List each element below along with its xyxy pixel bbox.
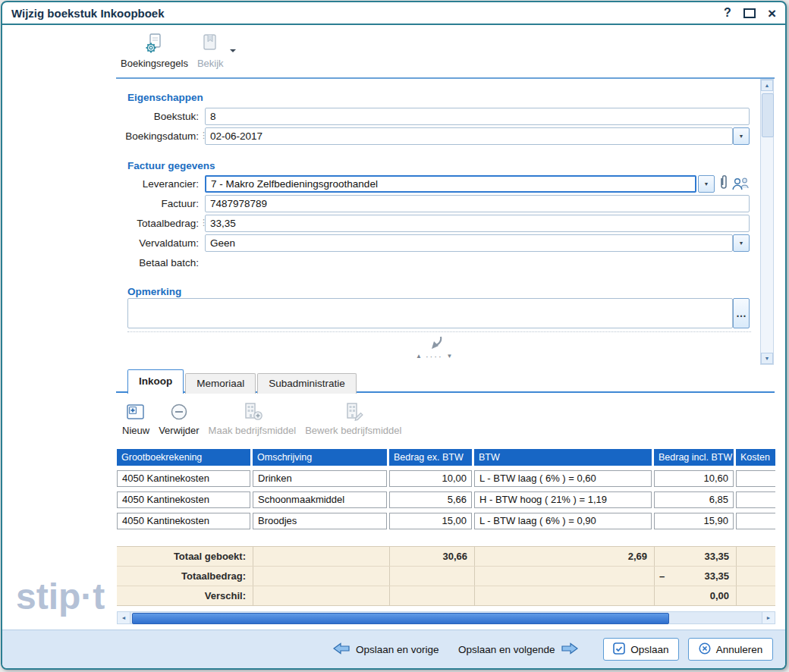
column-header[interactable]: Omschrijving bbox=[253, 449, 387, 466]
tab-memoriaal[interactable]: Memoriaal bbox=[185, 373, 256, 394]
cell-bedrag-incl[interactable]: 10,60 bbox=[654, 470, 734, 487]
close-icon[interactable]: × bbox=[768, 6, 776, 20]
cell-grootboekrekening[interactable]: 4050 Kantinekosten bbox=[117, 491, 250, 508]
splitter-up-icon: ▲ bbox=[416, 353, 422, 360]
cell-omschrijving[interactable]: Drinken bbox=[253, 470, 387, 487]
delete-row-icon bbox=[168, 400, 190, 423]
cell-bedrag-ex[interactable]: 5,66 bbox=[389, 491, 472, 508]
totaalbedrag-total-value: –33,35 bbox=[654, 567, 734, 586]
cell-omschrijving[interactable]: Broodjes bbox=[253, 513, 387, 529]
title-bar: Wijzig boekstuk Inkoopboek ? × bbox=[2, 2, 785, 25]
column-header[interactable]: Grootboekrekening bbox=[117, 449, 250, 466]
cell-bedrag-incl[interactable]: 6,85 bbox=[654, 491, 734, 508]
chevron-down-icon: ▼ bbox=[739, 133, 744, 139]
splitter-handle[interactable]: ▲ ···· ▼ bbox=[416, 353, 453, 360]
tab-inkoop[interactable]: Inkoop bbox=[127, 369, 184, 394]
cancel-cross-icon bbox=[699, 642, 711, 657]
opmerking-field[interactable] bbox=[127, 298, 733, 328]
cell-grootboekrekening[interactable]: 4050 Kantinekosten bbox=[117, 513, 250, 529]
bekijk-dropdown-icon[interactable] bbox=[230, 49, 236, 55]
scroll-up-icon[interactable]: ▲ bbox=[761, 80, 773, 91]
totaalbedrag-label: Totaalbedrag: bbox=[114, 218, 199, 229]
opslaan-label: Opslaan bbox=[630, 644, 668, 655]
leverancier-label: Leverancier: bbox=[114, 178, 199, 190]
bewerk-bedrijfsmiddel-button[interactable]: Bewerk bedrijfsmiddel bbox=[305, 400, 401, 436]
totals-empty-cell bbox=[253, 567, 387, 586]
window-title: Wijzig boekstuk Inkoopboek bbox=[11, 7, 165, 20]
opslaan-en-vorige-button[interactable]: Opslaan en vorige bbox=[333, 630, 439, 668]
totals-empty-cell bbox=[474, 586, 652, 605]
cell-kosten[interactable] bbox=[736, 513, 775, 529]
boekingsregels-icon bbox=[143, 31, 165, 55]
boekingsdatum-field[interactable] bbox=[205, 127, 733, 145]
verschil-label: Verschil: bbox=[117, 586, 250, 605]
scroll-left-icon[interactable]: ◄ bbox=[118, 612, 130, 623]
cell-omschrijving[interactable]: Schoonmaakmiddel bbox=[253, 491, 387, 508]
cell-btw[interactable]: L - BTW laag ( 6% ) = 0,90 bbox=[474, 513, 652, 529]
cell-bedrag-ex[interactable]: 15,00 bbox=[389, 513, 472, 529]
totals-empty-cell bbox=[736, 547, 787, 566]
column-header[interactable]: Kosten bbox=[736, 449, 775, 466]
opmerking-more-button[interactable]: … bbox=[733, 298, 750, 328]
cell-kosten[interactable] bbox=[736, 491, 775, 508]
totals-row-totaalbedrag: Totaalbedrag: –33,35 bbox=[117, 567, 775, 586]
totals-empty-cell bbox=[253, 586, 387, 605]
form-panel-border bbox=[116, 77, 775, 79]
scroll-down-icon[interactable]: ▼ bbox=[761, 353, 773, 364]
help-icon[interactable]: ? bbox=[724, 6, 731, 20]
totaalbedrag-total-amount: 33,35 bbox=[704, 570, 729, 582]
nieuw-button[interactable]: Nieuw bbox=[122, 400, 149, 436]
vervaldatum-dropdown-button[interactable]: ▼ bbox=[733, 234, 750, 252]
annuleren-button[interactable]: Annuleren bbox=[688, 638, 773, 661]
boekingsdatum-dropdown-button[interactable]: ▼ bbox=[733, 127, 750, 145]
new-row-icon bbox=[125, 400, 146, 423]
verwijder-label: Verwijder bbox=[159, 425, 199, 436]
scroll-right-icon[interactable]: ► bbox=[762, 612, 775, 623]
cell-kosten[interactable] bbox=[736, 470, 775, 487]
totals-row-verschil: Verschil: 0,00 bbox=[117, 586, 775, 605]
boekstuk-label: Boekstuk: bbox=[114, 111, 199, 122]
opslaan-en-volgende-label: Opslaan en volgende bbox=[458, 644, 555, 655]
scrollbar-thumb[interactable] bbox=[762, 93, 774, 137]
totals-empty-cell bbox=[736, 567, 787, 586]
form-vertical-scrollbar[interactable]: ▲ ▼ bbox=[760, 79, 774, 365]
vervaldatum-label: Vervaldatum: bbox=[114, 237, 199, 249]
section-eigenschappen: Eigenschappen bbox=[127, 92, 203, 103]
totals-empty-cell bbox=[736, 586, 787, 605]
cell-bedrag-incl[interactable]: 15,90 bbox=[654, 513, 734, 529]
table-horizontal-scrollbar[interactable]: ◄ ► bbox=[117, 611, 775, 624]
bekijk-button[interactable]: Bekijk bbox=[193, 30, 228, 71]
opslaan-en-volgende-button[interactable]: Opslaan en volgende bbox=[458, 630, 578, 668]
boekstuk-field[interactable] bbox=[205, 108, 750, 125]
scrollbar-thumb[interactable] bbox=[132, 613, 669, 624]
opslaan-button[interactable]: Opslaan bbox=[603, 638, 679, 661]
edit-asset-icon bbox=[342, 400, 365, 423]
splitter-dots-icon: ···· bbox=[426, 354, 443, 359]
boekingsregels-button[interactable]: Boekingsregels bbox=[116, 30, 193, 71]
cell-grootboekrekening[interactable]: 4050 Kantinekosten bbox=[117, 470, 250, 487]
maak-bedrijfsmiddel-button[interactable]: Maak bedrijfsmiddel bbox=[209, 400, 297, 436]
totaalbedrag-field[interactable] bbox=[205, 215, 750, 232]
factuur-field[interactable] bbox=[205, 195, 750, 212]
column-header[interactable]: BTW bbox=[474, 449, 652, 466]
cell-btw[interactable]: H - BTW hoog ( 21% ) = 1,19 bbox=[474, 491, 652, 508]
vervaldatum-field[interactable] bbox=[205, 234, 733, 252]
table-row: 4050 Kantinekosten Schoonmaakmiddel 5,66… bbox=[117, 491, 775, 508]
booking-lines-table: Grootboekrekening Omschrijving Bedrag ex… bbox=[117, 449, 775, 529]
footer-bar: Opslaan en vorige Opslaan en volgende Op… bbox=[2, 630, 785, 668]
edit-marker-icon: – bbox=[659, 567, 665, 586]
totaal-geboekt-btw: 2,69 bbox=[474, 547, 652, 566]
maak-bedrijfsmiddel-label: Maak bedrijfsmiddel bbox=[209, 425, 297, 436]
cell-btw[interactable]: L - BTW laag ( 6% ) = 0,60 bbox=[474, 470, 652, 487]
leverancier-field[interactable] bbox=[205, 175, 696, 193]
contacts-people-icon[interactable] bbox=[731, 176, 751, 194]
maximize-icon[interactable] bbox=[743, 8, 756, 18]
verwijder-button[interactable]: Verwijder bbox=[159, 400, 199, 436]
column-header[interactable]: Bedrag ex. BTW bbox=[389, 449, 472, 466]
attachment-paperclip-icon[interactable] bbox=[718, 174, 729, 195]
cell-bedrag-ex[interactable]: 10,00 bbox=[389, 470, 472, 487]
leverancier-dropdown-button[interactable]: ▼ bbox=[698, 175, 715, 193]
totals-row-geboekt: Totaal geboekt: 30,66 2,69 33,35 bbox=[117, 547, 775, 567]
tab-subadministratie[interactable]: Subadministratie bbox=[257, 373, 357, 394]
column-header[interactable]: Bedrag incl. BTW bbox=[654, 449, 734, 466]
